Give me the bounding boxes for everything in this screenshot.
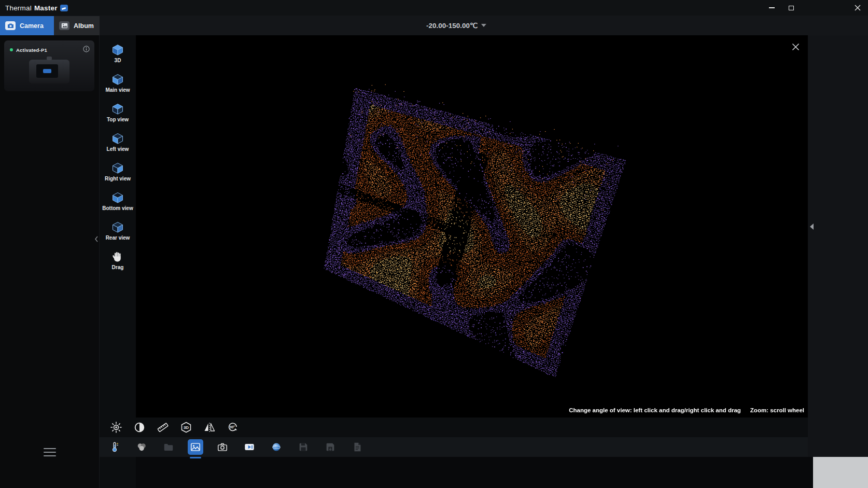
menu-button[interactable] [44, 448, 56, 456]
tab-album[interactable]: Album [54, 16, 100, 35]
hand-drag-icon [100, 250, 136, 263]
desktop-corner [813, 457, 868, 488]
record-video-button[interactable] [242, 439, 257, 455]
sphere-3d-icon [271, 441, 282, 453]
hint-zoom-text: Zoom: scroll wheel [750, 407, 804, 413]
camera-tab-icon [5, 21, 16, 30]
close-window-button[interactable] [847, 0, 868, 16]
temperature-range-selector[interactable]: -20.00-150.00℃ [426, 21, 486, 30]
cube-bottom-view-icon [100, 191, 136, 204]
contrast-icon [133, 421, 146, 434]
view-item-label: Left view [100, 146, 136, 152]
app-title-bold: Master [34, 4, 58, 12]
app-title: Thermal Master [5, 4, 68, 12]
view-item-rear-view[interactable]: Rear view [100, 220, 136, 241]
maximize-button[interactable] [781, 0, 802, 16]
collapse-left-panel-handle[interactable] [94, 235, 99, 244]
image-icon [190, 441, 201, 453]
expand-right-panel-handle[interactable] [809, 223, 814, 232]
measure-button[interactable] [157, 421, 169, 434]
palette-button[interactable] [134, 439, 149, 455]
minimize-icon [769, 7, 775, 8]
brightness-button[interactable] [110, 421, 122, 434]
folder-icon [163, 441, 174, 453]
report-button[interactable] [349, 439, 365, 455]
view-item-top-view[interactable]: Top view [100, 102, 136, 122]
device-card-header: Activated-P1 [4, 40, 94, 54]
app-logo-icon [60, 5, 68, 11]
view-item-label: Top view [100, 117, 136, 122]
device-screen-logo-icon [43, 69, 51, 73]
app-window: Thermal Master Camera Album -20.00-150.0… [0, 0, 868, 488]
minimize-button[interactable] [761, 0, 782, 16]
device-knob [47, 57, 52, 60]
temperature-range-value: -20.00-150.00℃ [426, 21, 478, 30]
contrast-button[interactable] [133, 421, 146, 434]
view-item-label: Drag [100, 264, 136, 270]
folder-button[interactable] [161, 439, 176, 455]
bottom-filler [100, 457, 813, 488]
ruler-icon [157, 421, 169, 434]
thermometer-icon [109, 441, 120, 453]
view-item-main-view[interactable]: Main view [100, 73, 136, 93]
image-view-button[interactable] [188, 439, 203, 455]
close-3d-view-button[interactable] [790, 41, 801, 52]
point-cloud-viewport: Change angle of view: left click and dra… [136, 35, 808, 417]
report-icon [352, 441, 363, 453]
info-icon [83, 46, 90, 52]
palette-icon [136, 441, 147, 453]
view-item-label: Bottom view [100, 205, 136, 211]
svg-text:90°: 90° [230, 425, 235, 429]
header-bar: Camera Album -20.00-150.00℃ [0, 16, 868, 35]
thermometer-button[interactable] [107, 439, 122, 455]
title-bar: Thermal Master [0, 0, 868, 16]
main-toolbar [100, 437, 808, 457]
view-item-3d[interactable]: 3D [100, 43, 136, 63]
cube-right-view-icon [100, 161, 136, 175]
cube-main-view-icon [100, 73, 136, 86]
view-item-left-view[interactable]: Left view [100, 132, 136, 152]
view-item-right-view[interactable]: Right view [100, 161, 136, 182]
save-icon [298, 441, 309, 453]
brightness-icon [110, 421, 122, 434]
flip-horizontal-button[interactable] [203, 421, 216, 434]
capture-photo-button[interactable] [215, 439, 230, 455]
album-tab-icon [59, 21, 69, 30]
video-record-icon [244, 441, 255, 453]
rotate-3d-icon: 3D [180, 421, 192, 434]
save-button[interactable] [296, 439, 311, 455]
right-panel-collapsed [808, 35, 868, 457]
view-item-bottom-view[interactable]: Bottom view [100, 191, 136, 211]
viewport-hint: Change angle of view: left click and dra… [569, 407, 804, 413]
export-button[interactable] [323, 439, 338, 455]
camera-capture-icon [217, 441, 228, 453]
close-icon [855, 5, 861, 11]
device-info-button[interactable] [83, 45, 90, 54]
hint-rotate-text: Change angle of view: left click and dra… [569, 407, 741, 413]
view-item-drag[interactable]: Drag [100, 250, 136, 270]
device-sidebar: Activated-P1 [0, 35, 100, 488]
close-icon [792, 43, 800, 51]
view-item-label: Right view [100, 176, 136, 182]
rotate-3d-button[interactable]: 3D [180, 421, 192, 434]
view-item-label: Main view [100, 87, 136, 93]
cube-rear-view-icon [100, 220, 136, 234]
svg-text:3D: 3D [184, 425, 189, 430]
point-cloud-3d-render[interactable] [136, 35, 808, 417]
rotate-90-icon: 90° [227, 421, 239, 434]
device-name: Activated-P1 [16, 47, 83, 53]
rotate-90-button[interactable]: 90° [227, 421, 239, 434]
device-card[interactable]: Activated-P1 [4, 40, 94, 91]
album-tab-label: Album [74, 22, 94, 30]
status-dot-icon [10, 48, 13, 51]
device-screen [36, 64, 58, 78]
view-item-label: Rear view [100, 235, 136, 241]
view-item-label: 3D [100, 58, 136, 63]
tab-camera[interactable]: Camera [0, 16, 54, 35]
device-thumbnail [29, 60, 69, 83]
camera-tab-label: Camera [20, 22, 44, 30]
cube-solid-icon [100, 43, 136, 57]
sphere-3d-button[interactable] [269, 439, 284, 455]
maximize-icon [789, 6, 794, 10]
flip-horizontal-icon [203, 421, 216, 434]
